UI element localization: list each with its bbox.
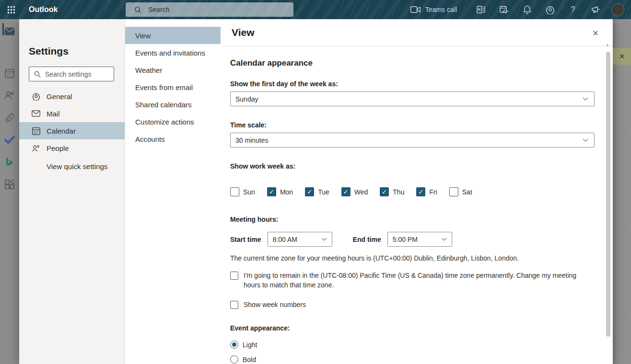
day-checkbox-mon[interactable]: Mon	[267, 187, 293, 196]
account-avatar[interactable]	[611, 3, 624, 16]
end-time-value: 5:00 PM	[393, 236, 442, 243]
settings-title: Settings	[29, 46, 69, 57]
timezone-checkbox-row[interactable]: I'm going to remain in the (UTC-08:00) P…	[230, 271, 595, 290]
section-title: Calendar appearance	[230, 58, 595, 68]
category-events-from-email[interactable]: Events from email	[125, 79, 221, 96]
settings-nav-mail[interactable]: Mail	[19, 105, 125, 122]
week-numbers-label: Show week numbers	[244, 300, 306, 309]
scrollbar-thumb[interactable]	[606, 52, 610, 337]
rail-mail-button[interactable]	[0, 22, 19, 41]
settings-nav-calendar[interactable]: Calendar	[19, 122, 125, 139]
checkbox[interactable]	[416, 187, 425, 196]
day-checkbox-sat[interactable]: Sat	[449, 187, 472, 196]
settings-nav-general[interactable]: General	[19, 88, 125, 105]
feedback-button[interactable]	[584, 0, 608, 19]
day-label: Mon	[280, 188, 293, 196]
category-view[interactable]: View	[125, 27, 221, 44]
checkbox[interactable]	[230, 272, 238, 280]
onenote-feed-button[interactable]	[469, 0, 492, 19]
settings-search-placeholder: Search settings	[45, 70, 92, 78]
rail-calendar-button[interactable]	[0, 64, 19, 83]
dialog-close-button[interactable]: ✕	[590, 27, 601, 39]
day-label: Thu	[393, 188, 404, 196]
settings-search-input[interactable]: Search settings	[29, 67, 114, 81]
day-checkbox-fri[interactable]: Fri	[416, 187, 437, 196]
category-accounts[interactable]: Accounts	[125, 130, 221, 148]
app-launcher-button[interactable]	[0, 0, 22, 19]
rail-todo-button[interactable]	[0, 130, 19, 149]
checkbox[interactable]	[230, 187, 239, 196]
week-numbers-checkbox-row[interactable]: Show week numbers	[230, 300, 595, 309]
onenote-feed-icon	[477, 5, 485, 14]
day-checkbox-tue[interactable]: Tue	[305, 187, 329, 196]
settings-nav-label: People	[47, 144, 69, 152]
start-time-dropdown[interactable]: 8:00 AM	[268, 232, 332, 247]
gear-icon	[32, 92, 40, 101]
first-day-label: Show the first day of the week as:	[230, 80, 595, 88]
close-icon: ✕	[592, 29, 598, 38]
settings-button[interactable]	[538, 0, 561, 19]
view-settings-panel: View ✕ Calendar appearance Show the firs…	[221, 19, 613, 364]
end-time-dropdown[interactable]: 5:00 PM	[387, 232, 452, 247]
day-checkbox-wed[interactable]: Wed	[341, 187, 368, 196]
global-search-input[interactable]: Search	[126, 2, 293, 17]
teams-call-label: Teams call	[425, 6, 457, 13]
checkbox[interactable]	[267, 187, 276, 196]
more-apps-icon	[5, 180, 14, 189]
mail-icon	[32, 110, 40, 117]
panel-title: View	[232, 27, 254, 38]
checkbox[interactable]	[305, 187, 314, 196]
settings-nav-list: General Mail Calendar People View	[19, 88, 125, 175]
settings-nav-people[interactable]: People	[19, 139, 125, 157]
meeting-hours-label: Meeting hours:	[230, 216, 595, 223]
radio-label: Light	[243, 341, 257, 349]
category-customize-actions[interactable]: Customize actions	[125, 113, 221, 130]
teams-call-button[interactable]: Teams call	[410, 6, 457, 13]
event-appearance-bold[interactable]: Bold	[230, 355, 595, 364]
day-label: Sun	[243, 188, 255, 196]
checkbox[interactable]	[341, 187, 351, 196]
time-scale-dropdown[interactable]: 30 minutes	[230, 133, 595, 148]
settings-nav-label: Mail	[47, 110, 60, 118]
first-day-value: Sunday	[235, 95, 583, 103]
day-label: Tue	[318, 188, 329, 196]
calendar-edit-icon	[500, 5, 509, 14]
background-notification-close-button[interactable]: ✕	[613, 48, 631, 65]
rail-attachments-button[interactable]	[0, 108, 19, 127]
view-quick-settings-link[interactable]: View quick settings	[19, 158, 125, 175]
event-appearance-label: Event appearance:	[230, 324, 595, 332]
rail-bing-button[interactable]	[0, 152, 19, 171]
bell-icon	[523, 5, 531, 14]
paperclip-icon	[5, 113, 14, 123]
work-week-label: Show work week as:	[230, 162, 595, 170]
calendar-icon	[32, 127, 40, 135]
checkbox[interactable]	[449, 187, 458, 196]
rail-people-button[interactable]	[0, 86, 19, 105]
scrollbar-up-arrow[interactable]: ▲	[604, 42, 611, 48]
event-appearance-light[interactable]: Light	[230, 341, 595, 349]
help-button[interactable]: ?	[561, 0, 584, 19]
first-day-dropdown[interactable]: Sunday	[230, 91, 595, 106]
app-title: Outlook	[29, 0, 58, 19]
app-rail	[0, 19, 19, 364]
checkbox[interactable]	[230, 301, 238, 309]
my-day-button[interactable]	[492, 0, 515, 19]
notifications-button[interactable]	[515, 0, 538, 19]
time-scale-value: 30 minutes	[235, 136, 583, 144]
chevron-down-icon	[583, 97, 588, 101]
search-icon	[134, 6, 141, 13]
meeting-hours-row: Start time 8:00 AM End time 5:00 PM	[230, 232, 595, 247]
checkbox[interactable]	[380, 187, 389, 196]
search-placeholder: Search	[148, 6, 169, 13]
day-checkbox-sun[interactable]: Sun	[230, 187, 255, 196]
category-weather[interactable]: Weather	[125, 61, 221, 79]
calendar-icon	[5, 68, 14, 78]
category-shared-calendars[interactable]: Shared calendars	[125, 96, 221, 113]
waffle-icon	[7, 6, 15, 14]
radio-button[interactable]	[230, 355, 238, 364]
panel-body: Calendar appearance Show the first day o…	[221, 47, 613, 364]
radio-button[interactable]	[230, 341, 238, 349]
category-events-invitations[interactable]: Events and invitations	[125, 44, 221, 61]
rail-more-apps-button[interactable]	[0, 175, 19, 194]
day-checkbox-thu[interactable]: Thu	[380, 187, 404, 196]
